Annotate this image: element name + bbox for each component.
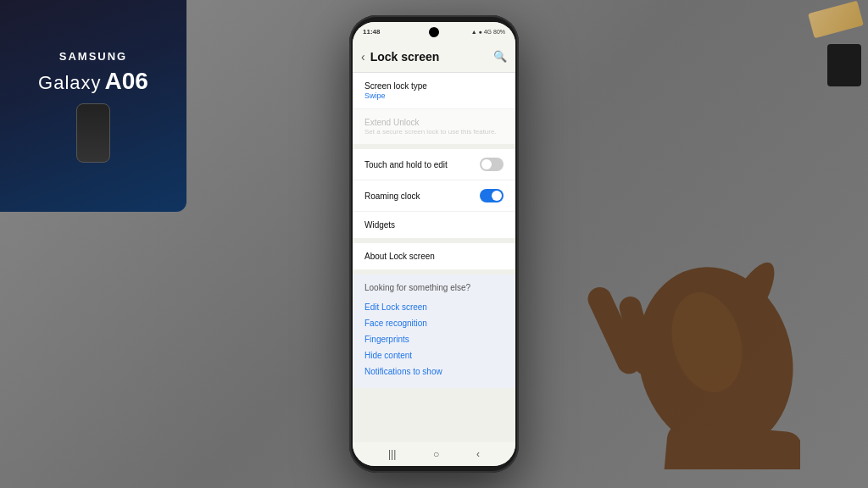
status-icons: ▲ ● 4G 80%	[471, 29, 505, 35]
screen-lock-type-item[interactable]: Screen lock type Swipe	[353, 73, 515, 109]
touch-hold-toggle[interactable]	[480, 158, 504, 171]
looking-section: Looking for something else? Edit Lock sc…	[353, 274, 515, 388]
touch-hold-label: Touch and hold to edit	[364, 160, 448, 169]
home-button[interactable]: ○	[433, 448, 439, 460]
status-time: 11:48	[363, 28, 380, 36]
about-lock-screen-item[interactable]: About Lock screen	[353, 243, 515, 269]
settings-content: Screen lock type Swipe Extend Unlock Set…	[353, 73, 515, 442]
screen-lock-sub: Swipe	[364, 92, 427, 100]
back-button[interactable]: ‹	[361, 50, 365, 64]
section-screen-lock: Screen lock type Swipe Extend Unlock Set…	[353, 73, 515, 144]
looking-title: Looking for something else?	[364, 283, 504, 292]
roaming-clock-label: Roaming clock	[364, 191, 420, 201]
extend-unlock-label: Extend Unlock	[364, 118, 497, 127]
link-edit-lock-screen[interactable]: Edit Lock screen	[364, 299, 504, 315]
section-toggles: Touch and hold to edit Roaming clock Wid…	[353, 149, 515, 238]
accessories-area	[766, 0, 868, 102]
widgets-label: Widgets	[364, 220, 395, 230]
roaming-clock-item[interactable]: Roaming clock	[353, 180, 515, 212]
bottom-navigation: ||| ○ ‹	[353, 442, 515, 466]
about-lock-screen-label: About Lock screen	[364, 252, 435, 261]
roaming-clock-toggle[interactable]	[480, 189, 504, 202]
search-icon[interactable]: 🔍	[493, 50, 507, 63]
signal-icons: ▲ ● 4G 80%	[471, 29, 505, 35]
header-bar: ‹ Lock screen 🔍	[353, 41, 515, 73]
menu-button[interactable]: |||	[388, 448, 396, 460]
touch-hold-item[interactable]: Touch and hold to edit	[353, 149, 515, 180]
box-phone-image	[76, 103, 110, 163]
samsung-box: SAMSUNG Galaxy A06	[0, 0, 186, 212]
samsung-logo: SAMSUNG	[59, 50, 127, 63]
phone-screen: 11:48 ▲ ● 4G 80% ‹ Lock screen 🔍 Screen …	[353, 22, 515, 466]
section-about: About Lock screen	[353, 243, 515, 269]
back-nav-button[interactable]: ‹	[476, 448, 480, 460]
link-fingerprints[interactable]: Fingerprints	[364, 331, 504, 347]
page-title: Lock screen	[370, 50, 488, 64]
link-notifications-to-show[interactable]: Notifications to show	[364, 363, 504, 380]
link-face-recognition[interactable]: Face recognition	[364, 315, 504, 331]
extend-unlock-sub: Set a secure screen lock to use this fea…	[364, 128, 497, 136]
tape-piece	[808, 1, 864, 39]
black-adapter	[827, 44, 861, 86]
widgets-item[interactable]: Widgets	[353, 212, 515, 238]
extend-unlock-item: Extend Unlock Set a secure screen lock t…	[353, 109, 515, 144]
link-hide-content[interactable]: Hide content	[364, 347, 504, 363]
model-label: A06	[105, 68, 148, 95]
phone-device: 11:48 ▲ ● 4G 80% ‹ Lock screen 🔍 Screen …	[349, 15, 519, 473]
screen-lock-label: Screen lock type	[364, 81, 427, 91]
phone-notch	[429, 27, 439, 37]
galaxy-label: Galaxy	[38, 72, 101, 94]
